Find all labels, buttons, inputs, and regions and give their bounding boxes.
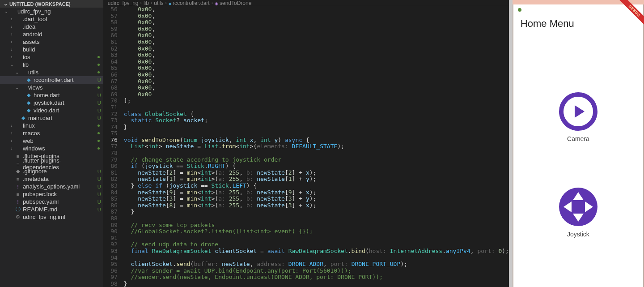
code-line[interactable]: class GlobalSocket { bbox=[124, 111, 509, 118]
code-line[interactable]: } bbox=[124, 124, 509, 131]
code-line[interactable] bbox=[124, 215, 509, 222]
code-line[interactable]: List<int> newState = List.from<int>(elem… bbox=[124, 143, 509, 150]
tree-item-build[interactable]: ›build bbox=[0, 46, 103, 53]
file-icon: ≡ bbox=[14, 154, 21, 159]
code-line[interactable]: if (joystick == Stick.RIGHT) { bbox=[124, 163, 509, 170]
code-line[interactable]: } else if (joystick == Stick.LEFT) { bbox=[124, 183, 509, 189]
code-line[interactable]: //var sender = await UDP.bind(Endpoint.a… bbox=[124, 268, 509, 274]
tree-item--idea[interactable]: ›.idea bbox=[0, 23, 103, 30]
camera-button[interactable]: Camera bbox=[559, 92, 597, 142]
tree-item-main-dart[interactable]: ◆main.dartU bbox=[0, 114, 103, 122]
code-line[interactable]: //GlobalSocket.socket?.listen((List<int>… bbox=[124, 228, 509, 235]
tree-item-pubspec-lock[interactable]: ≡pubspec.lockU bbox=[0, 190, 103, 198]
breadcrumb-segment[interactable]: lib bbox=[144, 0, 149, 6]
code-line[interactable] bbox=[124, 130, 509, 137]
code-line[interactable]: final RawDatagramSocket clientSocket = a… bbox=[124, 248, 509, 255]
tree-item--metadata[interactable]: ≡.metadataU bbox=[0, 175, 103, 183]
line-number: 69 bbox=[103, 91, 118, 98]
git-status: U bbox=[95, 77, 103, 83]
breadcrumb[interactable]: udirc_fpv_ng›lib›utils›rccontroller.dart… bbox=[103, 0, 509, 6]
code-line[interactable]: 0x00, bbox=[124, 19, 509, 26]
tree-item--gitignore[interactable]: ◆.gitignoreU bbox=[0, 167, 103, 175]
code-line[interactable] bbox=[124, 104, 509, 111]
tree-item-joystick-dart[interactable]: ◆joystick.dartU bbox=[0, 99, 103, 107]
code-line[interactable]: 0x00 bbox=[124, 91, 509, 98]
code-line[interactable]: ]; bbox=[124, 98, 509, 104]
breadcrumb-segment[interactable]: udirc_fpv_ng bbox=[108, 0, 139, 6]
code-line[interactable]: // recv some tcp packets bbox=[124, 222, 509, 229]
code-line[interactable]: newState[3] = min<int>(a: 255, b: newSta… bbox=[124, 196, 509, 202]
tree-item-linux[interactable]: ›linux bbox=[0, 122, 103, 129]
chevron-icon: › bbox=[9, 123, 14, 128]
code-line[interactable]: } bbox=[124, 281, 509, 287]
code-line[interactable]: 0x00, bbox=[124, 85, 509, 91]
code-line[interactable] bbox=[124, 235, 509, 242]
tree-item-views[interactable]: ⌄views bbox=[0, 84, 103, 91]
line-number: 64 bbox=[103, 59, 118, 65]
code-line[interactable]: 0x00, bbox=[124, 13, 509, 20]
code-line[interactable]: 0x00, bbox=[124, 6, 509, 13]
file-icon: ! bbox=[14, 184, 21, 189]
breadcrumb-segment[interactable]: utils bbox=[154, 0, 163, 6]
code-line[interactable]: 0x00, bbox=[124, 39, 509, 46]
code-line[interactable]: newState[8] = min<int>(a: 255, b: newSta… bbox=[124, 202, 509, 209]
code-line[interactable]: 0x00, bbox=[124, 72, 509, 78]
tree-item-home-dart[interactable]: ◆home.dartU bbox=[0, 91, 103, 99]
file-icon: ≡ bbox=[14, 176, 21, 182]
breadcrumb-segment[interactable]: rccontroller.dart bbox=[169, 0, 210, 6]
chevron-down-icon: ⌄ bbox=[4, 1, 8, 7]
file-icon: ◆ bbox=[20, 115, 27, 121]
code-line[interactable]: 0x00, bbox=[124, 65, 509, 72]
code-line[interactable]: newState[2] = min<int>(a: 255, b: newSta… bbox=[124, 170, 509, 176]
code-line[interactable]: newState[9] = min<int>(a: 255, b: newSta… bbox=[124, 189, 509, 196]
tree-item-windows[interactable]: ›windows bbox=[0, 145, 103, 152]
tree-item-label: .gitignore bbox=[23, 168, 95, 175]
tree-item-pubspec-yaml[interactable]: !pubspec.yamlU bbox=[0, 198, 103, 206]
tree-item-assets[interactable]: ›assets bbox=[0, 38, 103, 46]
breadcrumb-segment[interactable]: sendToDrone bbox=[215, 0, 251, 6]
file-tree: ⌄udirc_fpv_ng›.dart_tool›.idea›android›a… bbox=[0, 8, 103, 287]
code-line[interactable]: //sender.send(newState, Endpoint.unicast… bbox=[124, 274, 509, 281]
tree-item-analysis-options-yaml[interactable]: !analysis_options.yamlU bbox=[0, 183, 103, 190]
git-status: U bbox=[95, 184, 103, 189]
code-line[interactable]: 0x00, bbox=[124, 78, 509, 85]
tree-item-lib[interactable]: ⌄lib bbox=[0, 61, 103, 69]
code-content[interactable]: 0x00, 0x00, 0x00, 0x00, 0x00, 0x00, 0x00… bbox=[124, 6, 509, 287]
joystick-label: Joystick bbox=[559, 231, 597, 238]
git-status: U bbox=[95, 93, 103, 98]
line-number: 90 bbox=[103, 228, 118, 235]
code-line[interactable]: 0x00, bbox=[124, 32, 509, 39]
code-line[interactable]: 0x00, bbox=[124, 26, 509, 33]
code-line[interactable] bbox=[124, 150, 509, 157]
tree-item-ios[interactable]: ›ios bbox=[0, 53, 103, 61]
tree-item-readme-md[interactable]: ⓘREADME.mdU bbox=[0, 206, 103, 213]
tree-item-web[interactable]: ›web bbox=[0, 137, 103, 145]
code-line[interactable]: 0x00, bbox=[124, 52, 509, 59]
code-line[interactable]: static Socket? socket; bbox=[124, 117, 509, 124]
line-number: 81 bbox=[103, 170, 118, 176]
code-line[interactable]: 0x00, bbox=[124, 46, 509, 52]
tree-item--dart-tool[interactable]: ›.dart_tool bbox=[0, 15, 103, 23]
tree-item-rccontroller-dart[interactable]: ◆rccontroller.dartU bbox=[0, 76, 103, 84]
tree-item-android[interactable]: ›android bbox=[0, 30, 103, 38]
breadcrumb-separator: › bbox=[212, 0, 213, 5]
tree-item-udirc-fpv-ng-iml[interactable]: ⚙udirc_fpv_ng.iml bbox=[0, 213, 103, 221]
code-line[interactable] bbox=[124, 255, 509, 261]
tree-item-macos[interactable]: ›macos bbox=[0, 129, 103, 137]
tree-item-udirc-fpv-ng[interactable]: ⌄udirc_fpv_ng bbox=[0, 8, 103, 15]
tree-item-utils[interactable]: ⌄utils bbox=[0, 69, 103, 76]
code-editor[interactable]: 5657585960616263646566676869707172737475… bbox=[103, 6, 509, 287]
joystick-button[interactable]: Joystick bbox=[559, 188, 597, 238]
code-line[interactable]: void sendToDrone(Enum joystick, int x, i… bbox=[124, 137, 509, 144]
code-line[interactable]: // send udp data to drone bbox=[124, 241, 509, 248]
code-line[interactable]: clientSocket.send(buffer: newState, addr… bbox=[124, 261, 509, 268]
workspace-title[interactable]: ⌄ UNTITLED (WORKSPACE) bbox=[0, 0, 103, 8]
line-number: 80 bbox=[103, 163, 118, 170]
code-line[interactable]: newState[1] = min<int>(a: 255, b: newSta… bbox=[124, 176, 509, 183]
code-line[interactable]: } bbox=[124, 209, 509, 215]
git-status: U bbox=[95, 100, 103, 106]
tree-item-video-dart[interactable]: ◆video.dartU bbox=[0, 107, 103, 114]
tree-item--flutter-plugins-dependencies[interactable]: ≡.flutter-plugins-dependencies bbox=[0, 160, 103, 167]
code-line[interactable]: // change state according to joystick or… bbox=[124, 157, 509, 163]
code-line[interactable]: 0x00, bbox=[124, 59, 509, 65]
